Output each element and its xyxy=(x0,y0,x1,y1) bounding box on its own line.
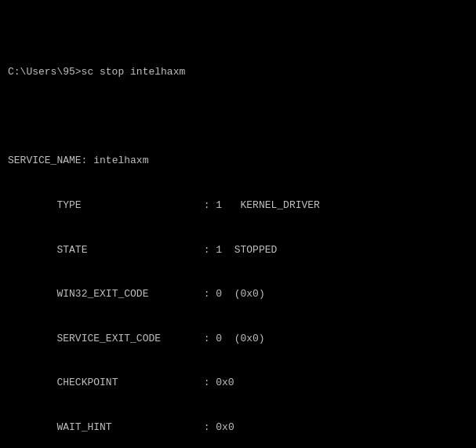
field-state-1: STATE : 1 STOPPED xyxy=(8,243,468,258)
field-chk-1: CHECKPOINT : 0x0 xyxy=(8,376,468,391)
cmd-text-1: C:\Users\95>sc stop intelhaxm xyxy=(8,66,185,78)
field-label-svc-1: SERVICE_EXIT_CODE xyxy=(56,333,161,344)
field-label-type-1: TYPE xyxy=(56,199,81,211)
terminal-window: C:\Users\95>sc stop intelhaxm SERVICE_NA… xyxy=(8,6,468,448)
field-val-state-1: : 1 STOPPED xyxy=(204,244,278,256)
field-val-chk-1: : 0x0 xyxy=(204,377,234,388)
empty-line-1 xyxy=(8,110,468,125)
field-label-w32-1: WIN32_EXIT_CODE xyxy=(56,288,148,300)
field-w32-1: WIN32_EXIT_CODE : 0 (0x0) xyxy=(8,287,468,302)
field-svc-1: SERVICE_EXIT_CODE : 0 (0x0) xyxy=(8,332,468,347)
sn-value-1: intelhaxm xyxy=(93,155,148,166)
command-line-1: C:\Users\95>sc stop intelhaxm xyxy=(8,65,468,80)
field-val-svc-1: : 0 (0x0) xyxy=(204,333,265,344)
field-val-w32-1: : 0 (0x0) xyxy=(204,288,265,300)
field-label-wh-1: WAIT_HINT xyxy=(56,421,111,433)
field-val-type-1: : 1 KERNEL_DRIVER xyxy=(204,199,320,211)
service-name-line-1: SERVICE_NAME: intelhaxm xyxy=(8,154,468,169)
field-wh-1: WAIT_HINT : 0x0 xyxy=(8,421,468,435)
block-1: C:\Users\95>sc stop intelhaxm SERVICE_NA… xyxy=(8,36,468,448)
field-type-1: TYPE : 1 KERNEL_DRIVER xyxy=(8,199,468,213)
sn-label-1: SERVICE_NAME: xyxy=(8,155,87,166)
field-val-wh-1: : 0x0 xyxy=(204,421,234,433)
field-label-chk-1: CHECKPOINT xyxy=(56,377,118,388)
field-label-state-1: STATE xyxy=(56,244,87,256)
